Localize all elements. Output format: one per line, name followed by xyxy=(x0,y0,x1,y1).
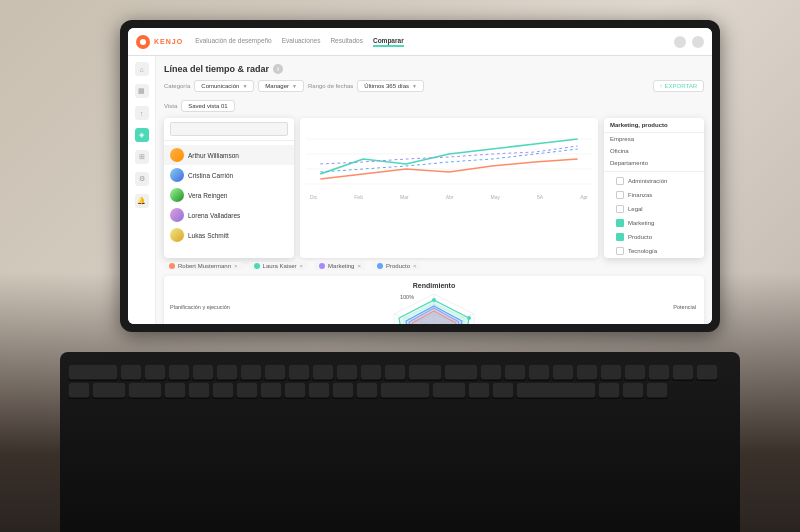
empresa-label: Empresa xyxy=(610,136,634,142)
key xyxy=(576,364,598,380)
user-search-area xyxy=(164,118,294,141)
category-caret: ▼ xyxy=(242,83,247,89)
finanzas-label: Finanzas xyxy=(628,192,652,198)
sidebar-team-icon[interactable]: ⊞ xyxy=(135,150,149,164)
team-caret: ▼ xyxy=(292,83,297,89)
laura-dot xyxy=(254,263,260,269)
left-sidebar: ⌂ ▦ ↑ ◈ ⊞ ⚙ 🔔 xyxy=(128,56,156,324)
marketing-remove[interactable]: × xyxy=(357,263,361,269)
nav-evaluacion[interactable]: Evaluación de desempeño xyxy=(195,37,272,47)
page-content: Línea del tiempo & radar i Categoría Com… xyxy=(156,56,712,324)
user-name: Cristina Carrión xyxy=(188,172,233,179)
dropdown-empresa[interactable]: Empresa xyxy=(604,133,704,145)
info-icon[interactable]: i xyxy=(273,64,283,74)
legal-label: Legal xyxy=(628,206,643,212)
timeline-chart: DicFebMarAbrMay5AApr xyxy=(300,118,598,258)
key xyxy=(236,382,258,398)
producto-checkbox[interactable] xyxy=(616,233,624,241)
check-finanzas[interactable]: Finanzas xyxy=(604,188,704,202)
key xyxy=(646,382,668,398)
check-producto[interactable]: Producto xyxy=(604,230,704,244)
key xyxy=(240,364,262,380)
marketing-dot xyxy=(319,263,325,269)
key xyxy=(598,382,620,398)
key xyxy=(144,364,166,380)
export-button[interactable]: ↑ EXPORTAR xyxy=(653,80,704,92)
user-item[interactable]: Lorena Valladares xyxy=(164,205,294,225)
marketing-checkbox[interactable] xyxy=(616,219,624,227)
svg-point-16 xyxy=(432,298,436,302)
department-dropdown-panel: Marketing, producto Empresa Oficina Depa… xyxy=(604,118,704,258)
sidebar-home-icon[interactable]: ⌂ xyxy=(135,62,149,76)
logo-text: KENJO xyxy=(154,38,183,45)
top-navigation: KENJO Evaluación de desempeño Evaluacion… xyxy=(128,28,712,56)
view-dropdown[interactable]: Saved vista 01 xyxy=(181,100,234,112)
finanzas-checkbox[interactable] xyxy=(616,191,624,199)
nav-evaluaciones[interactable]: Evaluaciones xyxy=(282,37,321,47)
dropdown-departamento[interactable]: Departamento xyxy=(604,157,704,169)
laura-remove[interactable]: × xyxy=(300,263,304,269)
departamento-label: Departamento xyxy=(610,160,648,166)
administracion-checkbox[interactable] xyxy=(616,177,624,185)
sidebar-settings-icon[interactable]: ⚙ xyxy=(135,172,149,186)
radar-section: Rendimiento Planificación y ejecución Li… xyxy=(164,276,704,324)
check-legal[interactable]: Legal xyxy=(604,202,704,216)
key xyxy=(120,364,142,380)
nav-comparar[interactable]: Comparar xyxy=(373,37,404,47)
date-dropdown[interactable]: Últimos 365 días ▼ xyxy=(357,80,424,92)
sidebar-chart-icon[interactable]: ↑ xyxy=(135,106,149,120)
user-item[interactable]: Cristina Carrión xyxy=(164,165,294,185)
sidebar-bell-icon[interactable]: 🔔 xyxy=(135,194,149,208)
label-planificacion: Planificación y ejecución xyxy=(170,304,230,310)
view-filter-row: Vista Saved vista 01 xyxy=(164,100,704,112)
key xyxy=(212,382,234,398)
oficina-label: Oficina xyxy=(610,148,629,154)
view-label: Vista xyxy=(164,103,177,109)
key xyxy=(600,364,622,380)
laptop-bezel: KENJO Evaluación de desempeño Evaluacion… xyxy=(120,20,720,332)
check-administracion[interactable]: Administración xyxy=(604,174,704,188)
key xyxy=(216,364,238,380)
category-dropdown[interactable]: Comunicación ▼ xyxy=(194,80,254,92)
label-100: 100% xyxy=(400,294,414,300)
legal-checkbox[interactable] xyxy=(616,205,624,213)
checkbox-list: Administración Finanzas Legal xyxy=(604,171,704,258)
sidebar-calendar-icon[interactable]: ▦ xyxy=(135,84,149,98)
marketing-label: Marketing xyxy=(628,220,654,226)
key xyxy=(188,382,210,398)
user-item[interactable]: Lukas Schmitt xyxy=(164,225,294,245)
legend-robert: Robert Mustermann × xyxy=(164,262,243,270)
nav-resultados[interactable]: Resultados xyxy=(330,37,363,47)
team-dropdown[interactable]: Manager ▼ xyxy=(258,80,304,92)
radar-chart-svg xyxy=(334,286,534,324)
notification-icon[interactable] xyxy=(692,36,704,48)
tecnologia-checkbox[interactable] xyxy=(616,247,624,255)
user-item[interactable]: Vera Reingen xyxy=(164,185,294,205)
svg-point-0 xyxy=(140,39,146,45)
key xyxy=(468,382,490,398)
sidebar-radar-icon[interactable]: ◈ xyxy=(135,128,149,142)
legend-bar: Robert Mustermann × Laura Kaiser × Marke… xyxy=(164,262,704,270)
search-icon[interactable] xyxy=(674,36,686,48)
spacebar[interactable] xyxy=(516,382,596,398)
date-label: Rango de fechas xyxy=(308,83,353,89)
user-name: Vera Reingen xyxy=(188,192,227,199)
user-selector-panel: Arthur Williamson Cristina Carrión Vera … xyxy=(164,118,294,258)
key xyxy=(264,364,286,380)
key xyxy=(552,364,574,380)
user-search-input[interactable] xyxy=(170,122,288,136)
check-marketing[interactable]: Marketing xyxy=(604,216,704,230)
dropdown-oficina[interactable]: Oficina xyxy=(604,145,704,157)
producto-remove[interactable]: × xyxy=(413,263,417,269)
check-tecnologia[interactable]: Tecnología xyxy=(604,244,704,258)
user-avatar xyxy=(170,208,184,222)
key xyxy=(284,382,306,398)
key xyxy=(504,364,526,380)
key xyxy=(336,364,358,380)
key xyxy=(68,364,118,380)
key xyxy=(696,364,718,380)
producto-dot xyxy=(377,263,383,269)
panels-row: Arthur Williamson Cristina Carrión Vera … xyxy=(164,118,704,258)
robert-remove[interactable]: × xyxy=(234,263,238,269)
user-item[interactable]: Arthur Williamson xyxy=(164,145,294,165)
